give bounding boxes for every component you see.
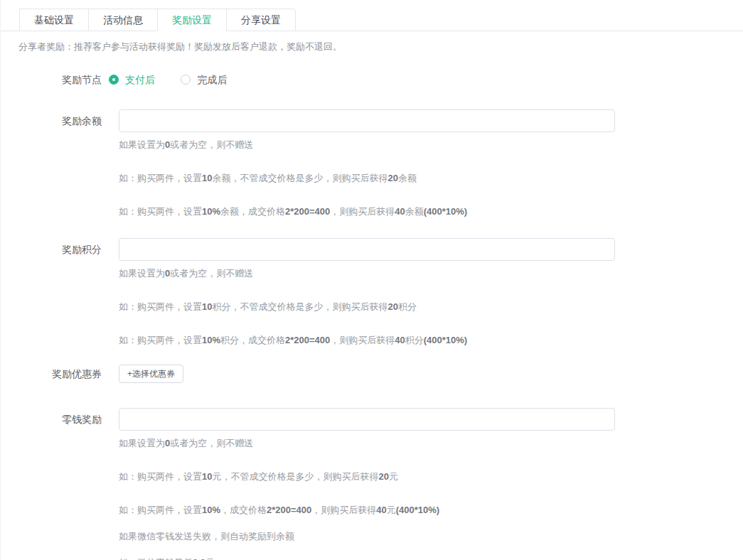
radio-after-payment[interactable]: 支付后 <box>109 72 155 87</box>
tip-line: 如：购买两件，设置10%，成交价格2*200=400，则购买后获得40元(400… <box>119 504 615 517</box>
tab-activity-info[interactable]: 活动信息 <box>88 9 158 31</box>
tip-line: 如果设置为0或者为空，则不赠送 <box>119 267 615 280</box>
radio-selected-icon <box>109 75 119 85</box>
reward-balance-input[interactable] <box>119 109 615 132</box>
tip-line: 如：购买两件，设置10元，不管成交价格是多少，则购买后获得20元 <box>119 470 615 483</box>
radio-after-completion-label: 完成后 <box>197 72 227 87</box>
reward-coupon-row: 奖励优惠券 +选择优惠券 <box>1 365 743 383</box>
tab-basic-settings[interactable]: 基础设置 <box>19 9 89 31</box>
tip-line: 如果设置为0或者为空，则不赠送 <box>119 139 615 151</box>
tip-line: 如：购买两件，设置10积分，不管成交价格是多少，则购买后获得20积分 <box>119 301 615 313</box>
tab-reward-settings[interactable]: 奖励设置 <box>157 9 227 31</box>
reward-node-row: 奖励节点 支付后 完成后 <box>1 72 743 88</box>
radio-after-completion[interactable]: 完成后 <box>181 72 227 87</box>
cash-reward-label: 零钱奖励 <box>1 408 102 431</box>
tip-line: 如果设置为0或者为空，则不赠送 <box>119 437 615 450</box>
reward-balance-tips: 如果设置为0或者为空，则不赠送 如：购买两件，设置10余额，不管成交价格是多少，… <box>119 139 615 218</box>
cash-reward-tips: 如果设置为0或者为空，则不赠送 如：购买两件，设置10元，不管成交价格是多少，则… <box>119 437 615 560</box>
radio-unselected-icon <box>181 75 191 85</box>
reward-node-label: 奖励节点 <box>1 72 102 87</box>
radio-after-payment-label: 支付后 <box>125 72 155 87</box>
reward-points-label: 奖励积分 <box>1 238 102 261</box>
tab-share-settings[interactable]: 分享设置 <box>226 9 296 31</box>
tip-line-clipped: 如：微信零钱最低0.3元 <box>119 556 615 560</box>
reward-points-tips: 如果设置为0或者为空，则不赠送 如：购买两件，设置10积分，不管成交价格是多少，… <box>119 267 615 347</box>
cash-reward-input[interactable] <box>119 408 615 431</box>
tip-line: 如：购买两件，设置10余额，不管成交价格是多少，则购买后获得20余额 <box>119 172 615 185</box>
tip-line: 如果微信零钱发送失败，则自动奖励到余额 <box>119 530 615 543</box>
tip-line: 如：购买两件，设置10%积分，成交价格2*200=400，则购买后获得40积分(… <box>119 334 615 347</box>
reward-balance-row: 奖励余额 如果设置为0或者为空，则不赠送 如：购买两件，设置10余额，不管成交价… <box>1 109 743 218</box>
tab-bar: 基础设置 活动信息 奖励设置 分享设置 <box>1 0 743 31</box>
tip-line: 如：购买两件，设置10%余额，成交价格2*200=400，则购买后获得40余额(… <box>119 205 615 218</box>
reward-points-row: 奖励积分 如果设置为0或者为空，则不赠送 如：购买两件，设置10积分，不管成交价… <box>1 238 743 347</box>
cash-reward-row: 零钱奖励 如果设置为0或者为空，则不赠送 如：购买两件，设置10元，不管成交价格… <box>1 408 743 560</box>
reward-coupon-label: 奖励优惠券 <box>1 365 102 383</box>
reward-balance-label: 奖励余额 <box>1 109 102 132</box>
reward-settings-page: 基础设置 活动信息 奖励设置 分享设置 分享者奖励：推荐客户参与活动获得奖励！奖… <box>0 0 743 560</box>
reward-node-radio-group: 支付后 完成后 <box>109 72 250 88</box>
select-coupon-button[interactable]: +选择优惠券 <box>119 365 183 383</box>
sharer-reward-description: 分享者奖励：推荐客户参与活动获得奖励！奖励发放后客户退款，奖励不退回。 <box>18 41 743 53</box>
reward-points-input[interactable] <box>119 238 615 261</box>
